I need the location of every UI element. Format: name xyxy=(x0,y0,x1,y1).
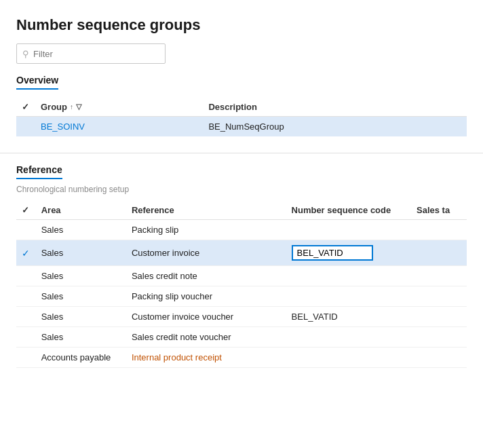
search-icon: ⚲ xyxy=(22,49,29,59)
ref-row-check xyxy=(16,307,36,327)
ref-col-salesta: Sales ta xyxy=(411,201,467,220)
ref-row-numseq xyxy=(286,327,411,348)
table-row[interactable]: BE_SOINV BE_NumSeqGroup xyxy=(16,117,467,137)
ref-row-area: Sales xyxy=(36,327,126,348)
check-header-icon: ✓ xyxy=(22,102,29,112)
main-page: Number sequence groups ⚲ Overview ✓ Grou… xyxy=(0,0,483,448)
overview-table: ✓ Group ↑ ▽ Description BE_SOINV BE_NumS… xyxy=(16,98,467,136)
ref-row-check xyxy=(16,220,36,240)
group-col-label: Group xyxy=(41,102,67,112)
ref-check-header: ✓ xyxy=(22,205,29,215)
tab-overview[interactable]: Overview xyxy=(16,75,58,90)
section-divider xyxy=(0,153,483,153)
sort-asc-icon[interactable]: ↑ xyxy=(70,103,73,111)
ref-row-reference: Packing slip voucher xyxy=(126,286,286,307)
ref-row-salesta xyxy=(411,348,467,368)
ref-row-check xyxy=(16,348,36,368)
ref-row-check xyxy=(16,286,36,307)
ref-row-numseq xyxy=(286,348,411,368)
table-row[interactable]: Sales Customer invoice voucher BEL_VATID xyxy=(16,307,467,327)
table-row[interactable]: Accounts payable Internal product receip… xyxy=(16,348,467,368)
ref-row-area: Sales xyxy=(36,266,126,286)
table-row[interactable]: Sales Sales credit note xyxy=(16,266,467,286)
table-row[interactable]: Sales Packing slip voucher xyxy=(16,286,467,307)
ref-row-numseq[interactable] xyxy=(286,240,411,266)
overview-col-group: Group ↑ ▽ xyxy=(35,98,203,117)
ref-row-area: Sales xyxy=(36,286,126,307)
ref-row-numseq xyxy=(286,286,411,307)
table-row[interactable]: ✓ Sales Customer invoice xyxy=(16,240,467,266)
ref-row-area: Sales xyxy=(36,240,126,266)
numseq-input[interactable] xyxy=(292,245,373,261)
reference-table: ✓ Area Reference Number sequence code Sa… xyxy=(16,201,467,368)
ref-row-reference: Packing slip xyxy=(126,220,286,240)
ref-col-reference: Reference xyxy=(126,201,286,220)
ref-row-numseq: BEL_VATID xyxy=(286,307,411,327)
ref-col-check: ✓ xyxy=(16,201,36,220)
ref-row-numseq xyxy=(286,220,411,240)
ref-row-salesta xyxy=(411,286,467,307)
reference-sublabel: Chronological numbering setup xyxy=(16,185,467,194)
group-filter-icon[interactable]: ▽ xyxy=(76,102,81,111)
ref-row-numseq xyxy=(286,266,411,286)
filter-input[interactable] xyxy=(33,49,159,59)
ref-row-reference: Internal product receipt xyxy=(126,348,286,368)
ref-row-reference: Sales credit note voucher xyxy=(126,327,286,348)
ref-col-numseq: Number sequence code xyxy=(286,201,411,220)
ref-row-area: Accounts payable xyxy=(36,348,126,368)
ref-row-check xyxy=(16,327,36,348)
ref-row-salesta xyxy=(411,240,467,266)
ref-row-reference: Sales credit note xyxy=(126,266,286,286)
table-row[interactable]: Sales Sales credit note voucher xyxy=(16,327,467,348)
ref-row-salesta xyxy=(411,220,467,240)
ref-row-salesta xyxy=(411,266,467,286)
overview-col-description: Description xyxy=(203,98,467,117)
tab-reference[interactable]: Reference xyxy=(16,164,62,179)
ref-col-area: Area xyxy=(36,201,126,220)
ref-row-salesta xyxy=(411,327,467,348)
row-description-cell: BE_NumSeqGroup xyxy=(203,117,467,137)
ref-row-area: Sales xyxy=(36,307,126,327)
filter-bar[interactable]: ⚲ xyxy=(16,43,166,64)
page-title: Number sequence groups xyxy=(16,16,467,34)
blue-check-icon: ✓ xyxy=(22,248,30,259)
row-check-cell xyxy=(16,117,35,137)
ref-row-reference: Customer invoice xyxy=(126,240,286,266)
ref-row-check xyxy=(16,266,36,286)
overview-col-check: ✓ xyxy=(16,98,35,117)
table-row[interactable]: Sales Packing slip xyxy=(16,220,467,240)
ref-row-check: ✓ xyxy=(16,240,36,266)
ref-row-area: Sales xyxy=(36,220,126,240)
ref-row-reference: Customer invoice voucher xyxy=(126,307,286,327)
ref-row-salesta xyxy=(411,307,467,327)
row-group-cell: BE_SOINV xyxy=(35,117,203,137)
